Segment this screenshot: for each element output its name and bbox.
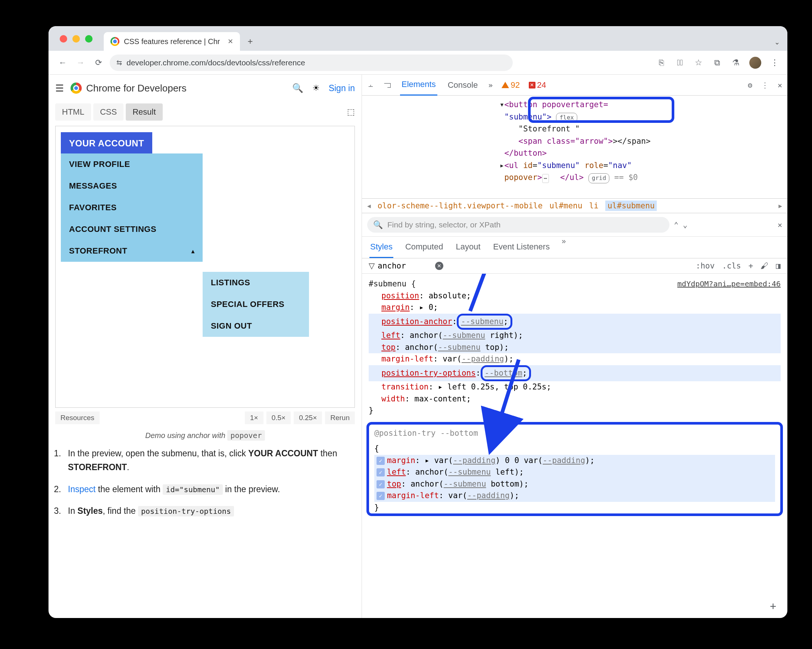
caption: Demo using anchor with popover xyxy=(49,431,362,440)
menu-item[interactable]: FAVORITES xyxy=(61,197,203,219)
new-rule-icon[interactable]: + xyxy=(749,262,753,270)
close-search-icon[interactable]: ✕ xyxy=(778,220,782,229)
tab-title: CSS features reference | Chr xyxy=(124,37,220,46)
hov-toggle[interactable]: :hov xyxy=(696,262,715,270)
labs-icon[interactable]: ⚗ xyxy=(731,58,741,68)
incognito-icon[interactable]: 👁̸ xyxy=(675,58,685,68)
zoom-05x[interactable]: 0.5× xyxy=(266,412,291,424)
menu-item[interactable]: ACCOUNT SETTINGS xyxy=(61,219,203,240)
step-2: Inspect the element with id="submenu" in… xyxy=(63,482,346,496)
submenu-item[interactable]: SIGN OUT xyxy=(203,315,309,337)
bookmark-icon[interactable]: ☆ xyxy=(693,58,704,68)
submenu-item[interactable]: SPECIAL OFFERS xyxy=(203,294,309,315)
search-down-icon[interactable]: ⌄ xyxy=(683,220,687,229)
site-logo[interactable]: Chrome for Developers xyxy=(70,83,186,94)
cls-toggle[interactable]: .cls xyxy=(722,262,741,270)
inspect-icon[interactable]: ⫠ xyxy=(367,81,375,90)
zoom-1x[interactable]: 1× xyxy=(245,412,264,424)
submenu-primary: VIEW PROFILE MESSAGES FAVORITES ACCOUNT … xyxy=(61,153,203,262)
checkbox-icon[interactable]: ✓ xyxy=(377,480,385,488)
more-tabs-icon[interactable]: » xyxy=(488,81,493,90)
search-up-icon[interactable]: ⌃ xyxy=(674,220,678,229)
demo-tabs: HTML CSS Result ⬚ xyxy=(55,103,355,121)
codepen-icon[interactable]: ⬚ xyxy=(347,107,355,117)
style-search-input[interactable]: 🔍 Find by string, selector, or XPath xyxy=(367,217,670,233)
maximize-window[interactable] xyxy=(85,35,93,43)
site-info-icon[interactable]: ⇆ xyxy=(116,59,122,67)
close-window[interactable] xyxy=(60,35,67,43)
step-1: In the preview, open the submenu, that i… xyxy=(63,447,346,474)
step-3: In Styles, find the position-try-options xyxy=(63,504,346,518)
devtools-topbar: ⫠ ⫎ Elements Console » 92 ✕24 ⚙ ⋮ ✕ xyxy=(362,75,788,96)
menu-root-button[interactable]: YOUR ACCOUNT xyxy=(61,132,152,155)
close-devtools-icon[interactable]: ✕ xyxy=(778,81,782,90)
clear-filter-icon[interactable]: ✕ xyxy=(435,262,443,270)
rerun-button[interactable]: Rerun xyxy=(325,412,355,424)
panel-icon[interactable]: ◨ xyxy=(776,262,781,270)
tab-styles[interactable]: Styles xyxy=(369,237,393,258)
caret-up-icon: ▴ xyxy=(191,248,195,255)
signin-link[interactable]: Sign in xyxy=(329,83,355,93)
tab-elements[interactable]: Elements xyxy=(400,74,437,96)
checkbox-icon[interactable]: ✓ xyxy=(377,468,385,476)
annotation-highlight xyxy=(528,97,674,123)
filter-icon: ▽ xyxy=(369,262,375,270)
breadcrumb[interactable]: ◀ olor-scheme--light.viewport--mobile ul… xyxy=(362,198,788,213)
kebab-icon[interactable]: ⋮ xyxy=(761,81,769,90)
tab-listeners[interactable]: Event Listeners xyxy=(493,237,551,258)
tab-computed[interactable]: Computed xyxy=(404,237,444,258)
back-button[interactable]: ← xyxy=(56,56,69,69)
style-tabs: Styles Computed Layout Event Listeners » xyxy=(362,237,788,259)
crumb-prev-icon[interactable]: ◀ xyxy=(367,202,371,210)
address-bar[interactable]: ⇆ developer.chrome.com/docs/devtools/css… xyxy=(110,55,513,71)
theme-toggle-icon[interactable]: ☀ xyxy=(312,83,320,93)
paint-icon[interactable]: 🖌 xyxy=(760,262,768,270)
gear-icon[interactable]: ⚙ xyxy=(748,81,752,90)
hamburger-icon[interactable]: ☰ xyxy=(55,83,64,94)
tab-layout[interactable]: Layout xyxy=(455,237,481,258)
dom-tree[interactable]: ▾<button popovertarget= "submenu"> flex … xyxy=(362,96,788,198)
css-rules[interactable]: mdYdpOM?ani…pe=embed:46 #submenu { posit… xyxy=(362,274,788,618)
device-icon[interactable]: ⫎ xyxy=(384,81,391,90)
warnings-badge[interactable]: 92 xyxy=(502,80,519,90)
page-content: ☰ Chrome for Developers 🔍 ☀ Sign in HTML… xyxy=(49,75,362,618)
profile-avatar[interactable] xyxy=(749,57,761,69)
zoom-025x[interactable]: 0.25× xyxy=(294,412,322,424)
resources-button[interactable]: Resources xyxy=(55,412,100,424)
filter-bar: ▽ ✕ :hov .cls + 🖌 ◨ xyxy=(362,259,788,274)
menu-item[interactable]: MESSAGES xyxy=(61,175,203,197)
menu-item[interactable]: VIEW PROFILE xyxy=(61,153,203,175)
tab-html[interactable]: HTML xyxy=(55,103,91,121)
new-tab-button[interactable]: + xyxy=(243,34,258,49)
preview-controls: Resources 1× 0.5× 0.25× Rerun xyxy=(55,412,355,424)
extensions-icon[interactable]: ⧉ xyxy=(712,58,722,68)
chrome-icon xyxy=(70,83,82,94)
crumb-next-icon[interactable]: ▶ xyxy=(778,202,782,210)
submenu-item[interactable]: LISTINGS xyxy=(203,272,309,294)
filter-input[interactable]: ▽ xyxy=(369,262,430,270)
tab-overflow-button[interactable]: ⌄ xyxy=(774,38,780,46)
inspect-link[interactable]: Inspect xyxy=(68,484,96,494)
browser-window: CSS features reference | Chr ✕ + ⌄ ← → ⟳… xyxy=(49,26,788,618)
add-declaration-icon[interactable]: + xyxy=(770,598,776,614)
search-icon[interactable]: 🔍 xyxy=(292,83,304,93)
menu-item-storefront[interactable]: STOREFRONT ▴ xyxy=(61,240,203,262)
tab-result[interactable]: Result xyxy=(126,103,162,121)
more-style-tabs-icon[interactable]: » xyxy=(562,237,566,258)
errors-badge[interactable]: ✕24 xyxy=(529,80,546,90)
reload-button[interactable]: ⟳ xyxy=(92,56,105,69)
menu-icon[interactable]: ⋮ xyxy=(769,58,780,68)
tab-console[interactable]: Console xyxy=(446,75,479,95)
source-link[interactable]: mdYdpOM?ani…pe=embed:46 xyxy=(677,278,781,289)
crumb-selected[interactable]: ul#submenu xyxy=(605,201,657,211)
tab-css[interactable]: CSS xyxy=(93,103,124,121)
close-tab-icon[interactable]: ✕ xyxy=(227,37,233,46)
minimize-window[interactable] xyxy=(72,35,80,43)
browser-tab[interactable]: CSS features reference | Chr ✕ xyxy=(104,32,240,51)
site-header: ☰ Chrome for Developers 🔍 ☀ Sign in xyxy=(49,75,362,101)
checkbox-icon[interactable]: ✓ xyxy=(377,492,385,500)
forward-button[interactable]: → xyxy=(74,56,87,69)
instruction-steps: In the preview, open the submenu, that i… xyxy=(63,447,346,518)
checkbox-icon[interactable]: ✓ xyxy=(377,457,385,465)
cast-icon[interactable]: ⎘ xyxy=(656,58,667,68)
